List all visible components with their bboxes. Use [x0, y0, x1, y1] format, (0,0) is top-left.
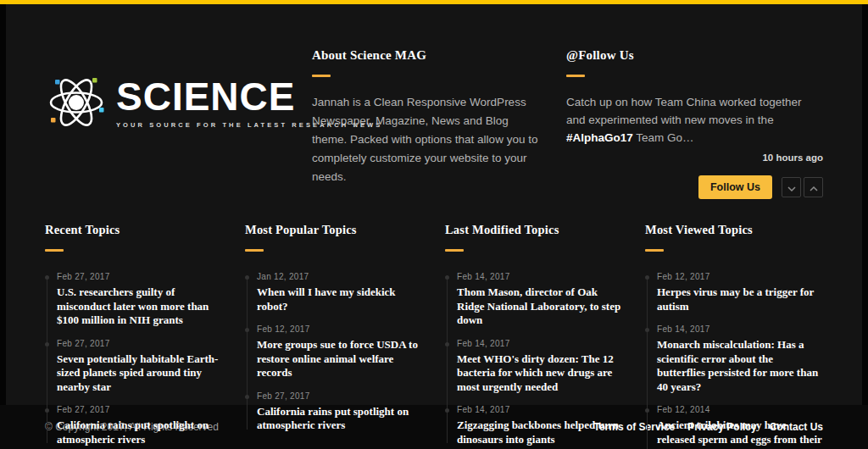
follow-widget: @Follow Us Catch up on how Team China wo… — [566, 48, 823, 199]
tweet-text: Catch up on how Team China worked togeth… — [566, 93, 823, 147]
list-item: Feb 27, 2017 California rains put spotli… — [245, 391, 423, 433]
post-date: Feb 27, 2017 — [57, 272, 223, 281]
footer-widgets: SCIENCE YOUR SOURCE FOR THE LATEST RESEA… — [6, 4, 862, 199]
post-date: Feb 12, 2017 — [657, 272, 823, 281]
post-date: Feb 14, 2017 — [457, 405, 623, 414]
follow-controls: Follow Us — [566, 175, 823, 199]
list-item: Feb 27, 2017 U.S. researchers guilty of … — [45, 272, 223, 328]
post-title-link[interactable]: Ancient trilobites may have released spe… — [657, 419, 823, 449]
post-title-link[interactable]: Meet WHO's dirty dozen: The 12 bacteria … — [457, 352, 623, 395]
post-title-link[interactable]: Seven potentially habitable Earth-sized … — [57, 352, 223, 395]
follow-us-button[interactable]: Follow Us — [698, 175, 772, 199]
tweet-pager — [782, 177, 823, 197]
topics-list: Feb 27, 2017 U.S. researchers guilty of … — [45, 272, 223, 446]
atom-icon — [45, 70, 108, 138]
post-date: Feb 12, 2017 — [257, 324, 423, 334]
list-item: Feb 14, 2017 Zigzagging backbones helped… — [445, 405, 623, 446]
post-date: Feb 27, 2017 — [257, 391, 423, 401]
post-title-link[interactable]: Zigzagging backbones helped turn dinosau… — [457, 419, 623, 446]
tweet-text-after: Team Go… — [633, 131, 694, 144]
list-item: Jan 12, 2017 When will I have my sidekic… — [245, 272, 423, 313]
footer-page: SCIENCE YOUR SOURCE FOR THE LATEST RESEA… — [6, 4, 862, 405]
post-title-link[interactable]: U.S. researchers guilty of misconduct la… — [57, 285, 223, 328]
heading-underline — [445, 249, 464, 252]
post-date: Feb 27, 2017 — [57, 339, 223, 348]
post-title-link[interactable]: California rains put spotlight on atmosp… — [257, 405, 423, 433]
list-item: Feb 12, 2017 Herpes virus may be a trigg… — [645, 272, 823, 313]
tweet-text-before: Catch up on how Team China worked togeth… — [566, 96, 801, 126]
topics-column-popular: Most Popular Topics Jan 12, 2017 When wi… — [245, 223, 423, 449]
about-heading: About Science MAG — [312, 48, 538, 63]
column-heading: Most Viewed Topics — [645, 223, 823, 237]
heading-underline — [645, 249, 664, 252]
post-date: Feb 14, 2017 — [657, 324, 823, 334]
about-widget: About Science MAG Jannah is a Clean Resp… — [312, 48, 538, 199]
tweet-hashtag-link[interactable]: #AlphaGo17 — [566, 131, 633, 144]
list-item: Feb 12, 2014 Ancient trilobites may have… — [645, 405, 823, 449]
topics-list: Jan 12, 2017 When will I have my sidekic… — [245, 272, 423, 433]
topics-column-modified: Last Modified Topics Feb 14, 2017 Thom M… — [445, 223, 623, 449]
list-item: Feb 14, 2017 Monarch miscalculation: Has… — [645, 324, 823, 394]
follow-heading: @Follow Us — [566, 48, 823, 63]
tweet-next-button[interactable] — [804, 177, 823, 197]
post-title-link[interactable]: California rains put spotlight on atmosp… — [57, 419, 223, 446]
topics-list: Feb 12, 2017 Herpes virus may be a trigg… — [645, 272, 823, 449]
post-title-link[interactable]: When will I have my sidekick robot? — [257, 285, 423, 313]
column-heading: Last Modified Topics — [445, 223, 623, 237]
column-heading: Recent Topics — [45, 223, 223, 237]
chevron-down-icon — [787, 180, 796, 195]
logo-column: SCIENCE YOUR SOURCE FOR THE LATEST RESEA… — [45, 48, 299, 199]
post-date: Feb 12, 2014 — [657, 405, 823, 414]
post-title-link[interactable]: More groups sue to force USDA to restore… — [257, 338, 423, 380]
column-heading: Most Popular Topics — [245, 223, 423, 237]
heading-underline — [245, 249, 264, 252]
list-item: Feb 27, 2017 California rains put spotli… — [45, 405, 223, 446]
post-date: Feb 27, 2017 — [57, 405, 223, 414]
list-item: Feb 27, 2017 Seven potentially habitable… — [45, 339, 223, 395]
heading-underline — [566, 75, 585, 77]
heading-underline — [312, 75, 331, 77]
post-title-link[interactable]: Thom Mason, director of Oak Ridge Nation… — [457, 285, 623, 328]
tweet-prev-button[interactable] — [782, 177, 801, 197]
post-date: Feb 14, 2017 — [457, 272, 623, 281]
post-date: Jan 12, 2017 — [257, 272, 423, 281]
site-logo[interactable]: SCIENCE YOUR SOURCE FOR THE LATEST RESEA… — [45, 70, 299, 138]
list-item: Feb 12, 2017 More groups sue to force US… — [245, 324, 423, 380]
tweet-timestamp-link[interactable]: 10 hours ago — [566, 152, 823, 163]
chevron-up-icon — [810, 180, 818, 195]
topics-column-viewed: Most Viewed Topics Feb 12, 2017 Herpes v… — [645, 223, 823, 449]
post-title-link[interactable]: Monarch miscalculation: Has a scientific… — [657, 338, 823, 394]
about-text: Jannah is a Clean Responsive WordPress N… — [312, 93, 538, 186]
post-title-link[interactable]: Herpes virus may be a trigger for autism — [657, 285, 823, 313]
list-item: Feb 14, 2017 Meet WHO's dirty dozen: The… — [445, 339, 623, 395]
post-date: Feb 14, 2017 — [457, 339, 623, 348]
heading-underline — [45, 249, 64, 252]
topics-column-recent: Recent Topics Feb 27, 2017 U.S. research… — [45, 223, 223, 449]
logo-title: SCIENCE — [116, 75, 295, 119]
topics-list: Feb 14, 2017 Thom Mason, director of Oak… — [445, 272, 623, 446]
list-item: Feb 14, 2017 Thom Mason, director of Oak… — [445, 272, 623, 328]
